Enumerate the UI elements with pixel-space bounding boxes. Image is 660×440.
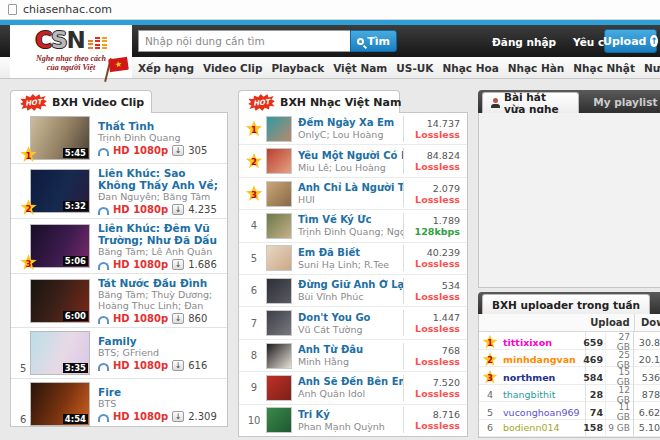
video-thumbnail[interactable]: 5:06 <box>30 224 90 268</box>
download-icon[interactable]: ↓ <box>172 204 184 215</box>
nav-item-nhac-hoa[interactable]: Nhạc Hoa <box>442 62 498 74</box>
download-icon[interactable]: ↓ <box>172 360 184 371</box>
song-title[interactable]: Đếm Ngày Xa Em <box>298 117 403 129</box>
video-artists[interactable]: BTS; GFriend <box>98 347 219 358</box>
download-icon[interactable]: ↓ <box>172 259 184 270</box>
song-artists[interactable]: Vũ Cát Tường <box>298 324 403 335</box>
rank-number: 6 <box>479 422 501 433</box>
artist-avatar[interactable] <box>266 310 292 336</box>
nav-item-nhac-han[interactable]: Nhạc Hàn <box>508 62 565 74</box>
song-title[interactable]: Tri Kỷ <box>298 409 403 421</box>
duration-badge: 5:45 <box>63 148 88 158</box>
tab-now-playing[interactable]: Bài hát vừa nghe <box>482 92 579 113</box>
download-count: 4.235 <box>188 204 217 215</box>
login-link[interactable]: Đăng nhập <box>492 36 556 48</box>
play-count: 768 <box>408 345 460 356</box>
quality-link[interactable]: HD 1080p <box>113 360 168 371</box>
artist-avatar[interactable] <box>266 343 292 369</box>
quality-link[interactable]: HD 1080p <box>113 259 168 270</box>
nav-item-xep-hang[interactable]: Xếp hạng <box>138 62 194 74</box>
nav-item-nhac-nhat[interactable]: Nhạc Nhật <box>573 62 635 74</box>
song-title[interactable]: Anh Sẽ Đến Bên Em <box>298 376 403 388</box>
artist-avatar[interactable] <box>266 181 292 207</box>
search-button[interactable]: Tìm <box>350 30 397 52</box>
video-item: 6:00 Tát Nước Đầu Đình Băng Tâm; Thuỳ Dư… <box>11 274 227 328</box>
artist-avatar[interactable] <box>266 116 292 142</box>
search-input[interactable] <box>138 30 350 52</box>
song-title[interactable]: Anh Từ Đâu <box>298 344 403 356</box>
quality-label: Lossless <box>408 194 460 205</box>
video-artists[interactable]: Băng Tâm; Thuỳ Dương; Hoàng Thục Linh; Đ… <box>98 289 219 311</box>
upload-arrow-icon: ↑ <box>650 35 658 47</box>
video-thumbnail[interactable]: 5:45 <box>30 116 90 160</box>
download-value: 20.1 <box>634 354 660 365</box>
video-title[interactable]: Liên Khúc: Sao Không Thấy Anh Về; Nén Hư… <box>98 167 219 191</box>
download-icon[interactable]: ↓ <box>172 145 184 156</box>
quality-link[interactable]: HD 1080p <box>113 411 168 422</box>
nav-item-video-clip[interactable]: Video Clip <box>203 62 262 74</box>
song-title[interactable]: Anh Chỉ Là Người Thay Thế <box>298 182 403 194</box>
rank-number: 5 <box>20 363 26 374</box>
artist-avatar[interactable] <box>266 278 292 304</box>
video-artists[interactable]: Băng Tâm; Lê Anh Quân <box>98 246 219 257</box>
video-artists[interactable]: Đan Nguyên; Băng Tâm <box>98 191 219 202</box>
artist-avatar[interactable] <box>266 148 292 174</box>
song-artists[interactable]: Suni Hạ Linh; R.Tee <box>298 259 403 270</box>
uploader-name[interactable]: bodienn014 <box>501 420 586 437</box>
song-artists[interactable]: Trịnh Đình Quang; Ngọc CK <box>298 226 403 237</box>
upload-button[interactable]: Upload ↑ <box>604 29 657 53</box>
video-thumbnail[interactable]: 6:00 <box>30 279 90 323</box>
video-title[interactable]: Liên Khúc: Đêm Vũ Trường; Như Đã Dấu Yêu <box>98 222 219 246</box>
video-thumbnail[interactable]: 4:54 <box>30 382 90 426</box>
video-thumbnail[interactable]: 5:32 <box>30 169 90 213</box>
song-artists[interactable]: Miu Lê; Lou Hoàng <box>298 162 403 173</box>
browser-url-bar[interactable]: chiasenhac.com <box>0 0 660 20</box>
download-count: 2.309 <box>188 411 217 422</box>
video-item: 1 5:45 Thất Tình Trịnh Đình Quang HD 108… <box>11 113 227 164</box>
uploader-chart-tab[interactable]: BXH uploader trong tuần <box>482 294 650 315</box>
video-title[interactable]: Tát Nước Đầu Đình <box>98 277 219 289</box>
rank-number: 4 <box>479 389 501 400</box>
nav-item-viet-nam[interactable]: Việt Nam <box>333 62 387 74</box>
video-title[interactable]: Fire <box>98 386 219 398</box>
song-artists[interactable]: Anh Quân Idol <box>298 388 403 399</box>
nav-item-nuoc-khac[interactable]: Nước khác <box>644 62 660 74</box>
hot-badge: HOT <box>19 92 48 112</box>
song-artists[interactable]: OnlyC; Lou Hoàng <box>298 129 403 140</box>
artist-avatar[interactable] <box>266 213 292 239</box>
song-title[interactable]: Đừng Giữ Anh Ở Lại <box>298 279 403 291</box>
song-row: 7 Don't You Go Vũ Cát Tường 1.447 Lossle… <box>239 307 467 339</box>
video-item: 6 4:54 Fire BTS HD 1080p ↓ 2.309 <box>11 379 227 429</box>
nav-item-playback[interactable]: Playback <box>271 62 324 74</box>
song-title[interactable]: Yêu Một Người Có Lẽ <box>298 150 403 162</box>
artist-avatar[interactable] <box>266 407 292 433</box>
video-chart-tab[interactable]: HOT BXH Video Clip <box>10 90 152 113</box>
song-artists[interactable]: Minh Hằng <box>298 356 403 367</box>
tab-my-playlist[interactable]: My playlist (0) <box>593 96 660 108</box>
song-row: 3 Anh Chỉ Là Người Thay Thế HUI 2.079 Lo… <box>239 178 467 210</box>
video-title[interactable]: Thất Tình <box>98 120 219 132</box>
video-artists[interactable]: BTS <box>98 398 219 409</box>
nav-item-us-uk[interactable]: US-UK <box>396 62 433 74</box>
quality-label: Lossless <box>408 258 460 269</box>
song-title[interactable]: Em Đã Biết <box>298 247 403 259</box>
download-icon[interactable]: ↓ <box>172 411 184 422</box>
video-artists[interactable]: Trịnh Đình Quang <box>98 132 219 143</box>
song-artists[interactable]: Phan Mạnh Quỳnh <box>298 421 403 432</box>
uploader-table: Upload Download 1 tittixixon 659 27 GB 3… <box>478 314 660 438</box>
song-chart-tab[interactable]: HOT BXH Nhạc Việt Nam <box>238 90 400 113</box>
quality-link[interactable]: HD 1080p <box>113 313 168 324</box>
artist-avatar[interactable] <box>266 375 292 401</box>
quality-link[interactable]: HD 1080p <box>113 145 168 156</box>
song-title[interactable]: Don't You Go <box>298 312 403 324</box>
song-title[interactable]: Tìm Về Ký Ức <box>298 214 403 226</box>
video-title[interactable]: Family <box>98 335 219 347</box>
artist-avatar[interactable] <box>266 245 292 271</box>
quality-link[interactable]: HD 1080p <box>113 204 168 215</box>
video-thumbnail[interactable]: 3:35 <box>30 331 90 375</box>
download-icon[interactable]: ↓ <box>172 313 184 324</box>
song-artists[interactable]: HUI <box>298 194 403 205</box>
song-chart-list: 1 Đếm Ngày Xa Em OnlyC; Lou Hoàng 14.737… <box>238 112 468 437</box>
video-item: 2 5:32 Liên Khúc: Sao Không Thấy Anh Về;… <box>11 164 227 219</box>
song-artists[interactable]: Bùi Vĩnh Phúc <box>298 291 403 302</box>
